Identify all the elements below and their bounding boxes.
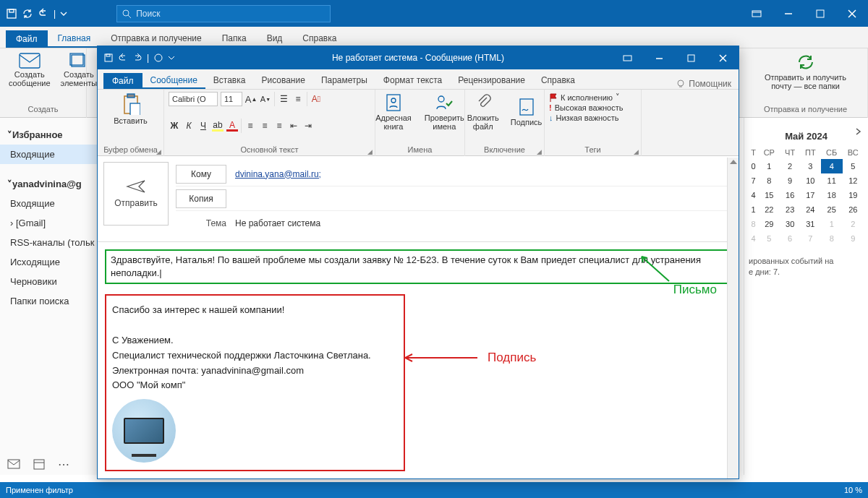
paste-button[interactable]: Вставить xyxy=(102,92,159,126)
undo-icon[interactable] xyxy=(118,53,128,63)
sig-email: Электронная почта: yanadvinina@gmail.com xyxy=(112,364,398,379)
zoom-level: 10 % xyxy=(844,486,862,494)
align-left-icon[interactable]: ≡ xyxy=(244,120,256,132)
dialog-launcher-icon[interactable]: ◢ xyxy=(634,148,639,155)
underline-button[interactable]: Ч xyxy=(197,120,209,132)
group-create-label: Создать xyxy=(6,105,80,115)
tab-file[interactable]: Файл xyxy=(103,73,142,89)
compose-header: Отправить Кому dvinina.yana@mail.ru; Коп… xyxy=(98,156,739,242)
ribbon-display-icon[interactable] xyxy=(611,46,643,69)
tab-review[interactable]: Рецензирование xyxy=(450,72,533,89)
sig-regards: С Уважением. xyxy=(112,333,398,348)
font-color-icon[interactable]: A xyxy=(226,120,238,132)
compose-scrollbar[interactable] xyxy=(727,158,739,478)
search-input[interactable]: Поиск xyxy=(116,5,331,22)
low-importance-button[interactable]: ↓Низкая важность xyxy=(549,113,637,123)
sync-icon[interactable] xyxy=(22,8,33,20)
checknames-icon xyxy=(435,93,454,112)
svg-point-2 xyxy=(123,10,129,16)
dialog-launcher-icon[interactable]: ◢ xyxy=(367,148,373,155)
numbering-icon[interactable]: ≡ xyxy=(292,93,304,105)
grow-font-icon[interactable]: A▲ xyxy=(245,93,257,105)
calendar-next-icon[interactable] xyxy=(855,128,862,135)
followup-button[interactable]: К исполнению ˅ xyxy=(549,92,637,103)
mail-icon[interactable] xyxy=(7,459,20,469)
tab-insert[interactable]: Вставка xyxy=(205,72,254,89)
sig-company: ООО "Мой комп" xyxy=(112,378,398,393)
tab-format[interactable]: Формат текста xyxy=(375,72,450,89)
tab-options[interactable]: Параметры xyxy=(313,72,375,89)
bold-button[interactable]: Ж xyxy=(169,120,180,132)
subject-label: Тема xyxy=(176,218,226,228)
check-names-button[interactable]: Проверить имена xyxy=(422,92,467,132)
cc-button[interactable]: Копия xyxy=(176,189,226,208)
clear-format-icon[interactable]: A⃠ xyxy=(310,93,322,105)
nav-search-folders[interactable]: Папки поиска xyxy=(0,291,99,311)
maximize-button[interactable] xyxy=(675,46,707,69)
redo-icon[interactable] xyxy=(132,53,142,63)
group-tags-label: Теги xyxy=(549,145,637,154)
favorites-header[interactable]: ˅Избранное xyxy=(0,125,99,145)
minimize-button[interactable] xyxy=(643,46,675,69)
new-mail-button[interactable]: Создать сообщение xyxy=(6,51,54,89)
chevron-down-icon[interactable] xyxy=(60,10,67,17)
tell-me[interactable]: Помощник xyxy=(676,79,739,89)
more-icon[interactable]: ⋯ xyxy=(58,458,69,471)
tab-draw[interactable]: Рисование xyxy=(253,72,312,89)
indent-inc-icon[interactable]: ⇥ xyxy=(302,120,314,132)
send-button[interactable]: Отправить xyxy=(103,162,169,226)
nav-gmail[interactable]: › [Gmail] xyxy=(0,213,99,233)
callout-letter: Письмо xyxy=(673,283,717,297)
signature-block: Спасибо за интерес к нашей компании! С У… xyxy=(105,294,405,471)
tab-help[interactable]: Справка xyxy=(533,72,583,89)
dialog-launcher-icon[interactable]: ◢ xyxy=(156,148,161,155)
search-placeholder: Поиск xyxy=(136,9,160,19)
subject-field[interactable]: Не работает система xyxy=(235,218,733,228)
font-size-combo[interactable]: 11 xyxy=(221,92,242,106)
tab-file[interactable]: Файл xyxy=(6,30,48,48)
close-button[interactable] xyxy=(707,46,739,69)
save-icon[interactable] xyxy=(6,8,17,20)
sendreceive-all-button[interactable]: Отправить и получить почту — все папки xyxy=(749,51,861,92)
high-importance-button[interactable]: !Высокая важность xyxy=(549,103,637,113)
nav-inbox[interactable]: Входящие xyxy=(0,194,99,213)
save-icon[interactable] xyxy=(103,53,114,63)
ribbon-display-icon[interactable] xyxy=(741,0,773,27)
shrink-font-icon[interactable]: A▼ xyxy=(260,93,271,105)
fav-inbox[interactable]: Входящие xyxy=(0,145,99,164)
chevron-down-icon[interactable] xyxy=(168,54,175,61)
nav-drafts[interactable]: Черновики xyxy=(0,272,99,291)
nav-outbox[interactable]: Исходящие xyxy=(0,252,99,272)
bullets-icon[interactable]: ☰ xyxy=(278,93,289,105)
attach-file-button[interactable]: Вложить файл xyxy=(464,92,502,132)
nav-rss[interactable]: RSS-каналы (тольк xyxy=(0,233,99,252)
maximize-button[interactable] xyxy=(804,0,836,27)
dialog-launcher-icon[interactable]: ◢ xyxy=(537,148,542,155)
group-include-label: Включение xyxy=(469,145,540,154)
indent-dec-icon[interactable]: ⇤ xyxy=(288,120,299,132)
to-field[interactable]: dvinina.yana@mail.ru; xyxy=(235,169,733,179)
font-name-combo[interactable]: Calibri (О xyxy=(169,92,218,106)
tab-message[interactable]: Сообщение xyxy=(142,72,205,89)
main-window-controls xyxy=(741,0,868,27)
compose-window-controls xyxy=(611,46,739,69)
calendar-title: Май 2024 xyxy=(749,131,864,142)
to-button[interactable]: Кому xyxy=(176,165,226,184)
highlight-icon[interactable]: ab xyxy=(212,120,224,132)
calendar-icon[interactable] xyxy=(33,458,45,470)
folder-pane: ˅Избранное Входящие ˅yanadvinina@g Входя… xyxy=(0,118,100,475)
touchmode-icon[interactable] xyxy=(153,53,163,63)
account-header[interactable]: ˅yanadvinina@g xyxy=(0,174,99,194)
undo-icon[interactable] xyxy=(38,8,49,20)
tab-home[interactable]: Главная xyxy=(48,29,101,48)
address-book-button[interactable]: Адресная книга xyxy=(373,92,414,132)
minimize-button[interactable] xyxy=(773,0,804,27)
italic-button[interactable]: К xyxy=(183,120,195,132)
align-center-icon[interactable]: ≡ xyxy=(259,120,271,132)
align-right-icon[interactable]: ≡ xyxy=(273,120,285,132)
signature-button[interactable]: Подпись xyxy=(508,96,545,128)
svg-rect-7 xyxy=(817,10,824,17)
compose-body[interactable]: Здравствуйте, Наталья! По вашей проблеме… xyxy=(98,242,739,488)
close-button[interactable] xyxy=(836,0,868,27)
calendar-grid[interactable]: ТСРЧТПТСБВС 0123457891011124151617181912… xyxy=(749,146,864,246)
